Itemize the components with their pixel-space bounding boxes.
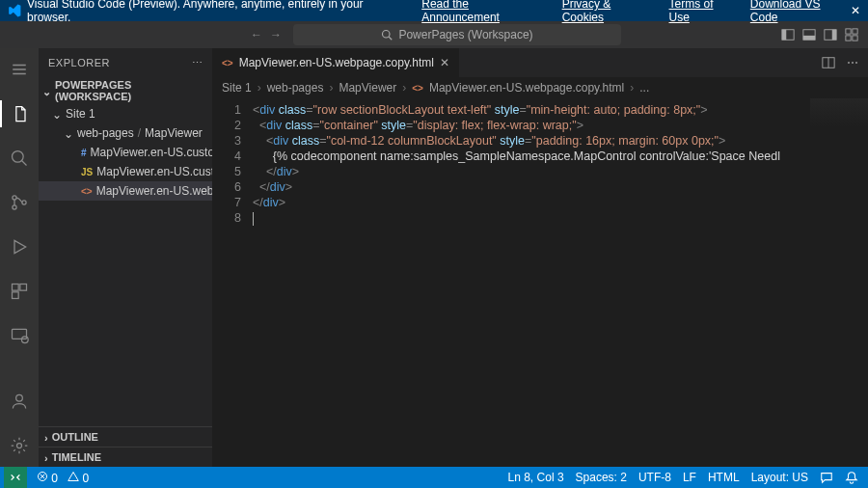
remote-indicator-icon[interactable] (4, 467, 27, 488)
nav-back-icon[interactable]: ← (251, 28, 262, 41)
command-center-label: PowerPages (Workspace) (398, 28, 532, 41)
svg-rect-3 (782, 30, 786, 41)
remote-explorer-icon[interactable] (0, 322, 39, 349)
explorer-icon[interactable] (0, 100, 39, 127)
search-activity-icon[interactable] (0, 145, 39, 172)
status-warnings[interactable]: 0 (68, 471, 89, 485)
menu-icon[interactable] (0, 56, 39, 83)
svg-rect-10 (846, 36, 851, 41)
minimap[interactable] (810, 98, 868, 127)
banner-link-terms[interactable]: Terms of Use (669, 0, 737, 24)
tab-bar: <> MapViewer.en-US.webpage.copy.html ✕ ⋯ (212, 48, 868, 77)
workspace-section-header[interactable]: ⌄ POWERPAGES (WORKSPACE) (39, 77, 212, 104)
nav-forward-icon[interactable]: → (270, 28, 282, 41)
html-file-icon: <> (222, 58, 233, 68)
svg-point-21 (22, 337, 29, 343)
svg-point-15 (13, 205, 16, 209)
bell-icon[interactable] (845, 471, 858, 484)
tree-file-customjs[interactable]: JS MapViewer.en-US.customj... (39, 162, 212, 181)
status-eol[interactable]: LF (683, 471, 696, 484)
titlebar: ← → PowerPages (Workspace) (0, 21, 868, 48)
toggle-primary-sidebar-icon[interactable] (781, 28, 795, 41)
banner-link-privacy[interactable]: Privacy & Cookies (562, 0, 656, 24)
outline-section-header[interactable]: › OUTLINE (39, 426, 212, 447)
tab-close-icon[interactable]: ✕ (440, 56, 449, 69)
svg-line-1 (390, 37, 393, 40)
status-bar: 0 0 Ln 8, Col 3 Spaces: 2 UTF-8 LF HTML … (0, 467, 868, 488)
status-language[interactable]: HTML (708, 471, 740, 484)
tab-filename: MapViewer.en-US.webpage.copy.html (239, 56, 434, 69)
status-spaces[interactable]: Spaces: 2 (576, 471, 627, 484)
tree-folder-site[interactable]: ⌄ Site 1 (39, 104, 212, 123)
tree-folder-webpages[interactable]: ⌄ web-pages/MapViewer (39, 123, 212, 143)
sidebar-title: EXPLORER (48, 57, 110, 68)
banner-link-announcement[interactable]: Read the Announcement (421, 0, 548, 24)
breadcrumb[interactable]: Site 1› web-pages› MapViewer› <> MapView… (212, 77, 868, 98)
svg-rect-20 (13, 329, 27, 339)
code-editor[interactable]: 12345678 <div class="row sectionBlockLay… (212, 98, 868, 467)
source-control-icon[interactable] (0, 189, 39, 216)
svg-rect-5 (803, 36, 815, 40)
svg-point-0 (383, 31, 391, 39)
code-content[interactable]: <div class="row sectionBlockLayout text-… (249, 98, 780, 467)
chevron-down-icon: ⌄ (64, 127, 73, 141)
status-encoding[interactable]: UTF-8 (638, 471, 671, 484)
tree-file-webpage[interactable]: <> MapViewer.en-US.webpag... (39, 181, 212, 201)
html-file-icon: <> (81, 186, 93, 197)
svg-point-16 (22, 201, 26, 204)
activity-bar (0, 48, 39, 467)
run-debug-icon[interactable] (0, 233, 39, 260)
status-layout[interactable]: Layout: US (751, 471, 808, 484)
extensions-icon[interactable] (0, 278, 39, 305)
css-file-icon: # (81, 148, 87, 158)
svg-rect-8 (846, 29, 851, 34)
feedback-icon[interactable] (820, 471, 833, 484)
svg-rect-19 (13, 292, 19, 299)
accounts-icon[interactable] (0, 388, 39, 415)
tab-active[interactable]: <> MapViewer.en-US.webpage.copy.html ✕ (212, 48, 460, 77)
command-center[interactable]: PowerPages (Workspace) (293, 24, 621, 45)
svg-point-14 (13, 196, 16, 200)
svg-point-23 (17, 444, 22, 448)
sidebar-more-icon[interactable]: ⋯ (192, 57, 203, 69)
banner-close-icon[interactable]: ✕ (851, 4, 860, 17)
svg-point-22 (16, 394, 23, 401)
line-number-gutter: 12345678 (212, 98, 249, 467)
chevron-down-icon: ⌄ (52, 108, 62, 122)
status-errors[interactable]: 0 (37, 471, 58, 485)
toggle-secondary-sidebar-icon[interactable] (824, 28, 837, 41)
chevron-right-icon: › (44, 432, 48, 444)
js-file-icon: JS (81, 167, 93, 177)
toggle-panel-icon[interactable] (802, 28, 816, 41)
vscode-logo-icon (8, 4, 21, 17)
search-icon (381, 29, 393, 41)
html-file-icon: <> (412, 83, 423, 94)
settings-gear-icon[interactable] (0, 432, 39, 459)
customize-layout-icon[interactable] (845, 28, 858, 41)
timeline-section-header[interactable]: › TIMELINE (39, 447, 212, 467)
chevron-right-icon: › (44, 452, 48, 464)
banner-message: Visual Studio Code (Preview). Anywhere, … (27, 0, 408, 24)
file-tree: ⌄ Site 1 ⌄ web-pages/MapViewer # MapView… (39, 104, 212, 426)
split-editor-icon[interactable] (822, 56, 835, 69)
svg-rect-11 (853, 36, 857, 41)
banner-link-download[interactable]: Download VS Code (750, 0, 851, 24)
tree-file-customcss[interactable]: # MapViewer.en-US.customc... (39, 143, 212, 162)
svg-rect-7 (832, 30, 836, 41)
status-line-col[interactable]: Ln 8, Col 3 (508, 471, 564, 484)
chevron-down-icon: ⌄ (42, 86, 51, 98)
svg-rect-18 (20, 285, 27, 291)
editor-area: <> MapViewer.en-US.webpage.copy.html ✕ ⋯… (212, 48, 868, 467)
tab-more-icon[interactable]: ⋯ (847, 56, 858, 69)
svg-line-13 (22, 161, 27, 166)
svg-rect-9 (853, 29, 857, 34)
preview-banner: Visual Studio Code (Preview). Anywhere, … (0, 0, 868, 21)
svg-point-12 (13, 151, 24, 163)
explorer-sidebar: EXPLORER ⋯ ⌄ POWERPAGES (WORKSPACE) ⌄ Si… (39, 48, 212, 467)
svg-rect-17 (13, 285, 19, 291)
